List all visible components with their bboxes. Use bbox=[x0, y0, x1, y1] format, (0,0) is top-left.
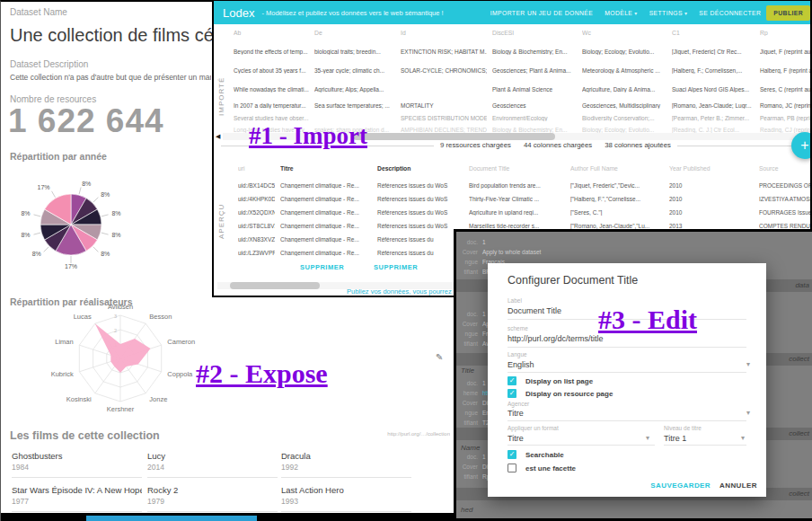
film-list-item[interactable]: Lucy2014 bbox=[147, 451, 278, 478]
year-pie-chart: 8%8%8%8%8%17%8%8%8%17% bbox=[1, 160, 190, 296]
table-cell: Several studies have obser... bbox=[234, 115, 309, 121]
table-cell: Environment/Ecology bbox=[492, 115, 577, 121]
table-row[interactable]: While nowadays the climati...Agriculture… bbox=[214, 86, 812, 100]
table-cell: Thirty-Five-Year Climatic ... bbox=[469, 196, 565, 202]
annotation-expose: #2 - Expose bbox=[196, 358, 328, 389]
level-caret-icon[interactable]: ▾ bbox=[741, 434, 745, 442]
table-cell: Références issues du WoS bbox=[377, 223, 463, 229]
display-list-checkbox[interactable]: ✓ bbox=[508, 376, 516, 385]
menu-item-2[interactable]: SETTINGS▾ bbox=[649, 10, 688, 16]
imported-col-header: Ab bbox=[234, 30, 309, 36]
table-cell: 2013 bbox=[669, 223, 718, 229]
field-property-line: doc.1 bbox=[458, 311, 486, 317]
table-cell: [Pearman, Peter B.; Zimmer... bbox=[672, 115, 755, 121]
property-label: tifiant bbox=[458, 419, 478, 426]
table-cell: Geosciences bbox=[492, 102, 577, 109]
preview-col-header[interactable]: Description bbox=[377, 165, 463, 172]
property-label: tifiant bbox=[458, 269, 478, 275]
display-resource-checkbox[interactable]: ✓ bbox=[508, 389, 516, 398]
table-cell: Changement climatique - Re... bbox=[280, 223, 372, 229]
property-value: 1 bbox=[482, 311, 486, 317]
table-cell: 2010 bbox=[669, 209, 718, 216]
radar-category-label: Cameron bbox=[167, 338, 195, 346]
scroll-left-icon[interactable]: ◀ bbox=[216, 133, 220, 140]
format-caret-icon[interactable]: ▾ bbox=[646, 434, 649, 442]
preview-hscrollbar-thumb[interactable] bbox=[230, 282, 320, 289]
chevron-down-icon: ▾ bbox=[634, 11, 637, 16]
film-title: Last Action Hero bbox=[281, 485, 411, 495]
pie-label: 17% bbox=[65, 263, 77, 269]
radar-category-label: Coppola bbox=[167, 370, 193, 378]
level-field-label: Niveau de titre bbox=[664, 425, 702, 431]
preview-col-header[interactable]: Source bbox=[759, 165, 812, 172]
preview-col-header[interactable]: Year Published bbox=[669, 165, 718, 172]
dataset-description-label: Dataset Description bbox=[10, 59, 88, 69]
level-select[interactable]: Titre 1 bbox=[664, 434, 686, 443]
add-column-button[interactable]: + bbox=[791, 132, 812, 159]
table-row[interactable]: Beyond the effects of temp...biological … bbox=[214, 49, 812, 62]
table-row[interactable]: Cycles of about 35 years f...35-year cyc… bbox=[214, 67, 812, 81]
publish-hint-link[interactable]: Publiez vos données, vous pourrez toujo bbox=[347, 287, 468, 296]
format-select[interactable]: Titre bbox=[508, 434, 524, 443]
imported-hscrollbar-thumb[interactable] bbox=[353, 133, 555, 140]
table-row[interactable]: uid:/4KHPK0DGChangement climatique - Re.… bbox=[214, 196, 812, 208]
property-label: tifiant bbox=[458, 473, 478, 480]
menu-item-1[interactable]: MODÈLE▾ bbox=[605, 10, 638, 16]
pie-label: 8% bbox=[101, 191, 110, 198]
table-cell: SOLAR-CYCLE; CHRONOMICS; C... bbox=[401, 67, 487, 74]
radar-tick: 3 bbox=[114, 313, 117, 319]
facet-checkbox[interactable] bbox=[508, 464, 516, 472]
app-logo[interactable]: Lodex bbox=[223, 6, 254, 20]
arrange-select[interactable]: Titre bbox=[508, 409, 524, 418]
pie-label: 8% bbox=[111, 210, 120, 216]
language-select[interactable]: English bbox=[508, 360, 534, 369]
app-header: Lodex - Modélisez et publiez vos données… bbox=[214, 1, 810, 24]
edit-pencil-icon[interactable]: ✎ bbox=[436, 352, 443, 362]
table-cell: FOURRAGES Issue: 204 Pages bbox=[759, 209, 812, 216]
film-list-item[interactable]: Last Action Hero1993 bbox=[281, 485, 411, 512]
stat-columns-loaded: 44 colonnes chargées bbox=[517, 141, 598, 149]
preview-col-header[interactable]: Titre bbox=[280, 165, 372, 172]
table-row[interactable]: uid:/X52QDXN2Changement climatique - Re.… bbox=[214, 209, 812, 222]
cancel-button[interactable]: ANNULER bbox=[719, 481, 757, 490]
searchable-checkbox[interactable]: ✓ bbox=[508, 450, 516, 459]
annotation-import: #1 - Import bbox=[249, 122, 367, 150]
preview-col-header[interactable]: Author Full Name bbox=[570, 165, 664, 172]
film-year: 2014 bbox=[147, 463, 278, 472]
label-field-input[interactable]: Document Title bbox=[508, 306, 561, 315]
preview-col-header[interactable]: uri bbox=[238, 165, 275, 172]
pie-label: 17% bbox=[37, 184, 49, 190]
menu-item-0[interactable]: IMPORTER UN JEU DE DONNÉE bbox=[490, 10, 593, 16]
table-cell: Suaci Alpes Nord GIS Alpes... bbox=[672, 86, 755, 93]
table-row[interactable]: In 2007 a daily temperatur...Sea surface… bbox=[214, 102, 812, 116]
delete-column-button-1[interactable]: SUPPRIMER bbox=[300, 263, 344, 271]
table-cell: uid:/LZ3WVPF5 bbox=[238, 250, 275, 256]
table-cell: Geosciences, Multidisciplinary bbox=[582, 102, 666, 109]
arrange-caret-icon[interactable]: ▾ bbox=[746, 409, 750, 417]
screenshot-stage: Dataset Name Une collection de films cél… bbox=[0, 0, 812, 521]
preview-col-header[interactable]: Document Title bbox=[469, 165, 565, 172]
table-cell: Bird population trends are... bbox=[469, 182, 565, 189]
film-list-item[interactable]: Ghostbusters1984 bbox=[12, 451, 142, 478]
scheme-field-input[interactable]: http://purl.org/dc/terms/title bbox=[508, 334, 604, 343]
table-cell: Agriculture, Dairy & Anima... bbox=[582, 86, 666, 93]
table-cell: PROCEEDINGS OF THE ROYAL S bbox=[759, 182, 812, 189]
film-list-item[interactable]: Rocky 21979 bbox=[147, 485, 278, 512]
field-property-line: CoverApply to whole dataset bbox=[458, 249, 541, 255]
films-scheme-link[interactable]: http://purl.org/…/collection bbox=[351, 431, 450, 437]
save-button[interactable]: SAUVEGARDER bbox=[650, 481, 710, 490]
film-list-item[interactable]: Dracula1992 bbox=[281, 451, 411, 478]
publish-button[interactable]: PUBLIER bbox=[766, 5, 810, 21]
property-label: heme bbox=[458, 390, 478, 396]
table-cell: While nowadays the climati... bbox=[234, 86, 309, 93]
language-caret-icon[interactable]: ▾ bbox=[746, 360, 750, 368]
property-label: doc. bbox=[458, 380, 478, 386]
film-list-item[interactable]: Star Wars Épisode IV: A New Hope1977 bbox=[12, 485, 142, 512]
menu-item-3[interactable]: SE DÉCONNECTER bbox=[699, 10, 761, 16]
table-row[interactable]: uid:/BX14DC55Changement climatique - Re.… bbox=[214, 182, 812, 195]
radar-category-label: Avildsen bbox=[108, 303, 133, 311]
configure-field-dialog: Configurer Document Title Label Document… bbox=[488, 263, 766, 497]
table-cell: [Romano, Jean-Claude; Lugr... bbox=[672, 102, 755, 109]
property-label: ngue bbox=[458, 259, 478, 265]
delete-column-button-2[interactable]: SUPPRIMER bbox=[374, 263, 418, 271]
